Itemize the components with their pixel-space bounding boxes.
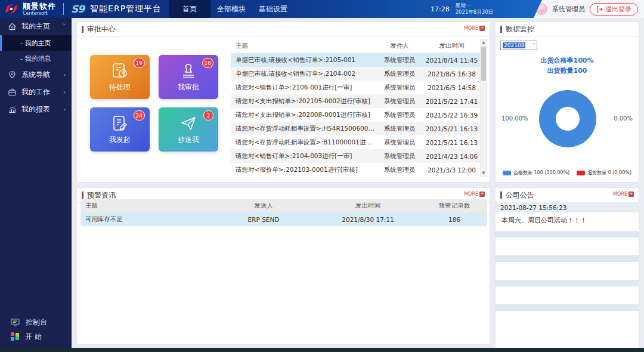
row-subject: 单据已审核,请接收<销售订单>:2105-001 [231, 56, 376, 64]
data-monitor-title: 数据监控 [506, 24, 534, 35]
scroll-thumb[interactable] [481, 47, 486, 81]
row-sender: 系统管理员 [376, 166, 423, 174]
donut-hole [556, 107, 580, 131]
console-button[interactable]: 控制台 [0, 315, 72, 329]
accent-bar [500, 192, 502, 199]
table-row[interactable]: 请您对<存货浮动耗损率设置>:B11000001进行[审核] 系统管理员 202… [231, 135, 480, 149]
tile-label: 我发起 [109, 135, 131, 145]
pending-doc-clock-icon [111, 62, 129, 80]
more-grid-icon: + [479, 192, 485, 197]
chart-legend: 合格数量 100 (100.00%) 退货数量 0 (0.00%) [496, 169, 639, 176]
sidebar-subitem-my-home[interactable]: - 我的主页 [0, 35, 72, 51]
table-row[interactable]: 请您对<支出报销单>:202105-0002进行[审核] 系统管理员 2021/… [231, 94, 480, 108]
data-monitor-panel: 数据监控 202108 ˅ 出货合格率100% 出货数量100 100.00% … [495, 21, 639, 183]
tile-my-approvals[interactable]: 16 我审批 [159, 55, 218, 99]
tile-pending[interactable]: 19 待处理 [90, 55, 150, 99]
chevron-right-icon: › [63, 72, 66, 78]
announcements-header: 公司公告 MORE + [496, 188, 639, 203]
announcement-empty-row [496, 262, 639, 280]
sidebar-item-my-reports[interactable]: 我的报表 › [0, 101, 72, 118]
alerts-table-header: 主题 发送人 发出时间 预警记录数 [80, 199, 487, 212]
centersoft-logo-icon [4, 1, 19, 17]
table-row[interactable]: 请您对<存货浮动耗损率设置>:H54R15006002进行[审核] 系统管理员 … [231, 122, 480, 135]
user-avatar[interactable] [535, 3, 547, 15]
nav-home[interactable]: 首页 [169, 0, 210, 18]
table-row[interactable]: 请您对<销售订单>:2106-001进行[一审] 系统管理员 2021/6/5 … [231, 81, 480, 94]
table-row[interactable]: 请您对<报价单>:202103-0001进行[审核] 系统管理员 2021/3/… [231, 163, 480, 177]
legend-qualified: 合格数量 100 (100.00%) [503, 169, 569, 176]
sidebar: 我的主页 ˅ - 我的主页 - 我的消息 系统导航 › 我的工作 › 我的报表 … [0, 18, 72, 352]
row-sender: 系统管理员 [376, 70, 423, 78]
row-time: 2021/5/22 17:41 [423, 98, 480, 105]
row-time: 2021/5/22 16:39 [423, 112, 480, 119]
alerts-table: 主题 发送人 发出时间 预警记录数 可用库存不足 ERP SEND 2021/8… [80, 199, 487, 226]
pending-count-badge: 19 [134, 58, 145, 68]
username-label: 系统管理员 [552, 5, 585, 14]
logout-icon [596, 6, 603, 13]
sidebar-item-label: 我的工作 [21, 87, 50, 97]
sidebar-item-label: 我的报表 [21, 104, 50, 115]
start-button[interactable]: 开 始 [0, 329, 72, 344]
sidebar-item-system-nav[interactable]: 系统导航 › [0, 66, 72, 84]
alerts-title: 预警资讯 [87, 190, 116, 200]
stamp-icon [179, 62, 197, 80]
scroll-up-arrow[interactable]: ▲ [481, 39, 487, 46]
row-time: 2021/4/23 14:06 [423, 153, 480, 160]
table-row[interactable]: 请您对<支出报销单>:202008-0001进行[审核] 系统管理员 2021/… [231, 108, 480, 122]
paper-plane-icon [179, 115, 197, 132]
accent-bar [82, 26, 83, 33]
more-label: MORE [613, 192, 627, 197]
row-time: 2021/8/14 11:45 [423, 57, 480, 64]
announcement-content[interactable]: 本周六、周日公司活动！！！ [496, 212, 639, 231]
table-row[interactable]: 请您对<销售订单>:2104-003进行[一审] 系统管理员 2021/4/23… [231, 149, 480, 163]
announcement-empty-row [496, 304, 639, 311]
alerts-more-button[interactable]: MORE + [464, 192, 485, 197]
period-select[interactable]: 202108 ˅ [500, 41, 537, 50]
more-label: MORE [464, 192, 478, 197]
approval-table: 主题 发件人 发出时间 单据已审核,请接收<销售订单>:2105-001 系统管… [231, 39, 480, 177]
row-subject: 请您对<支出报销单>:202008-0001进行[审核] [231, 111, 376, 119]
table-row[interactable]: 单据已审核,请接收<销售订单>:2105-001 系统管理员 2021/8/14… [231, 53, 480, 67]
row-subject: 请您对<存货浮动耗损率设置>:H54R15006002进行[审核] [231, 125, 376, 133]
row-subject: 请您对<报价单>:202103-0001进行[审核] [231, 166, 376, 174]
approval-more-button[interactable]: MORE + [464, 26, 485, 31]
tile-cc-to-me[interactable]: 2 抄送我 [159, 107, 218, 152]
alert-row[interactable]: 可用库存不足 ERP SEND 2021/8/30 17:11 186 [80, 212, 487, 226]
row-sender: 系统管理员 [376, 138, 423, 147]
bottom-taskbar-edge [0, 348, 644, 352]
row-sender: 系统管理员 [376, 111, 423, 119]
logout-button[interactable]: 退出登录 [590, 3, 638, 16]
accent-bar [82, 192, 83, 199]
col-subject: 主题 [231, 42, 376, 50]
col-sender: 发件人 [376, 42, 423, 50]
legend-label: 合格数量 100 (100.00%) [513, 169, 569, 176]
tile-initiated-by-me[interactable]: 24 我发起 [90, 107, 150, 152]
row-subject: 请您对<销售订单>:2104-003进行[一审] [231, 152, 376, 160]
user-area: 系统管理员 退出登录 [534, 0, 644, 18]
nav-basic-settings[interactable]: 基础设置 [252, 0, 294, 18]
announcement-empty-row [496, 255, 639, 262]
my-approvals-count-badge: 16 [202, 58, 213, 68]
alert-count: 186 [422, 216, 487, 223]
cc-count-badge: 2 [203, 110, 213, 121]
sidebar-item-my-home[interactable]: 我的主页 ˅ [0, 18, 72, 35]
row-sender: 系统管理员 [376, 84, 423, 92]
alert-subject: 可用库存不足 [80, 215, 213, 224]
chart-icon [8, 105, 17, 114]
sidebar-item-label: 我的主页 [21, 21, 50, 32]
time-display: 17:28 [431, 5, 450, 13]
table-row[interactable]: 单据已审核,请接收<销售订单>:2104-002 系统管理员 2021/8/5 … [231, 67, 480, 81]
approval-scrollbar[interactable]: ▲ ▼ [480, 39, 487, 177]
nav-all-modules[interactable]: 全部模块 [210, 0, 252, 18]
sidebar-item-label: 系统导航 [21, 70, 50, 80]
row-subject: 请您对<支出报销单>:202105-0002进行[审核] [231, 97, 376, 106]
sidebar-subitem-my-messages[interactable]: - 我的消息 [0, 51, 72, 66]
approval-table-header: 主题 发件人 发出时间 [231, 39, 480, 53]
sidebar-item-my-work[interactable]: 我的工作 › [0, 84, 72, 101]
announcements-more-button[interactable]: MORE + [613, 192, 634, 197]
row-sender: 系统管理员 [376, 56, 423, 64]
brand-logo: 顺景软件 Centersoft S9 智能ERP管理平台 [4, 1, 162, 17]
compose-doc-pencil-icon [111, 115, 129, 132]
app-title: 智能ERP管理平台 [90, 4, 162, 14]
scroll-down-arrow[interactable]: ▼ [481, 170, 487, 177]
